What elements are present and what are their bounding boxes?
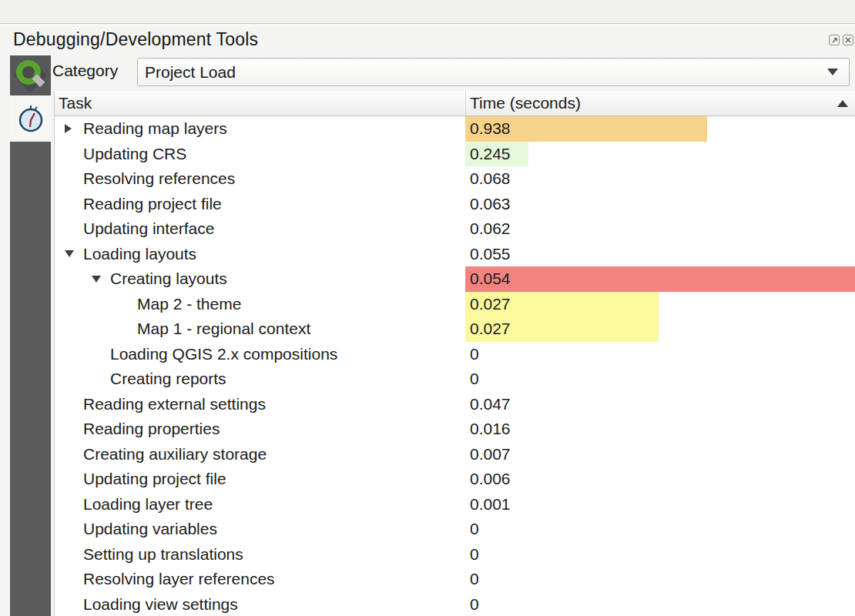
task-row[interactable]: Loading view settings0 [55,592,855,616]
category-selected-value: Project Load [138,63,827,82]
time-value: 0.016 [465,417,855,442]
time-value: 0 [465,592,855,616]
task-label: Setting up translations [83,545,243,564]
time-cell: 0.063 [465,192,855,217]
task-row[interactable]: Map 2 - theme0.027 [55,292,855,317]
time-column-label: Time (seconds) [470,94,581,112]
close-icon [845,37,851,43]
task-row[interactable]: Resolving references0.068 [55,166,855,192]
task-row[interactable]: Reading external settings0.047 [55,392,855,417]
task-row[interactable]: Map 1 - regional context0.027 [55,316,855,342]
time-cell: 0.001 [465,492,855,517]
time-cell: 0 [465,517,855,542]
task-label: Reading project file [83,195,222,213]
task-row[interactable]: Loading layer tree0.001 [55,492,855,517]
time-cell: 0 [465,342,855,367]
time-value: 0.027 [465,292,855,317]
task-label: Resolving references [83,169,235,188]
task-row[interactable]: Loading QGIS 2.x compositions0 [55,342,855,367]
task-cell: Updating interface [55,216,465,242]
time-cell: 0 [465,367,855,392]
task-row[interactable]: Updating CRS0.245 [55,142,855,167]
time-cell: 0.054 [465,266,855,292]
time-cell: 0.047 [465,392,855,417]
task-cell: Resolving layer references [55,567,465,592]
task-row[interactable]: Loading layouts0.055 [55,242,855,267]
task-label: Map 2 - theme [137,295,241,313]
collapse-icon[interactable] [65,250,83,257]
task-cell: Loading layer tree [55,492,465,517]
task-column-label: Task [59,94,92,112]
task-label: Reading map layers [83,119,227,138]
time-cell: 0 [465,542,855,567]
float-icon [831,37,838,44]
task-row[interactable]: Reading properties0.016 [55,417,855,442]
sort-ascending-icon [837,100,848,107]
time-value: 0.938 [465,116,855,142]
time-value: 0.054 [465,266,855,292]
task-row[interactable]: Creating auxiliary storage0.007 [55,442,855,467]
time-cell: 0.007 [465,442,855,467]
toolbar-area [0,0,855,24]
time-cell: 0.055 [465,242,855,267]
chevron-down-icon [827,69,838,75]
expand-icon[interactable] [65,124,83,133]
task-label: Updating CRS [83,145,186,163]
task-cell: Reading properties [55,417,465,442]
time-value: 0.047 [465,392,855,417]
close-panel-button[interactable] [843,35,853,45]
task-label: Reading properties [83,420,220,438]
task-cell: Updating project file [55,467,465,492]
time-value: 0.001 [465,492,855,517]
time-cell: 0 [465,592,855,616]
task-label: Map 1 - regional context [137,320,310,338]
task-row[interactable]: Setting up translations0 [55,542,855,567]
tool-tab-strip [10,142,51,616]
time-value: 0 [465,342,855,367]
task-cell: Loading QGIS 2.x compositions [55,342,465,367]
task-label: Creating layouts [110,270,227,288]
task-label: Resolving layer references [83,570,275,588]
task-row[interactable]: Reading map layers0.938 [55,116,855,142]
task-row[interactable]: Creating reports0 [55,367,855,392]
task-row[interactable]: Updating interface0.062 [55,216,855,242]
task-cell: Creating layouts [55,266,465,292]
time-value: 0 [465,517,855,542]
qgis-logo-icon [10,55,51,95]
table-header: Task Time (seconds) [55,91,855,116]
task-cell: Setting up translations [55,542,465,567]
category-select[interactable]: Project Load [137,58,850,86]
task-row[interactable]: Updating project file0.006 [55,467,855,492]
time-cell: 0.068 [465,166,855,192]
time-cell: 0.027 [465,316,855,342]
profiler-tab[interactable] [10,95,51,142]
task-row[interactable]: Reading project file0.063 [55,192,855,217]
time-value: 0.068 [465,166,855,192]
task-label: Updating project file [83,470,226,488]
time-cell: 0.062 [465,216,855,242]
task-label: Loading layer tree [83,495,213,514]
task-label: Creating auxiliary storage [83,445,267,464]
task-cell: Loading layouts [55,242,465,267]
float-panel-button[interactable] [829,35,840,45]
task-cell: Loading view settings [55,592,465,616]
qgis-window: Debugging/Development Tools Category Pro… [0,0,855,616]
time-value: 0.055 [465,242,855,267]
time-column-header[interactable]: Time (seconds) [465,91,855,116]
task-cell: Reading project file [55,192,465,217]
profiler-tree-table: Task Time (seconds) Reading map layers0.… [54,91,855,616]
time-value: 0.245 [465,142,855,167]
task-label: Loading QGIS 2.x compositions [110,345,337,363]
task-row[interactable]: Updating variables0 [55,517,855,542]
time-cell: 0.016 [465,417,855,442]
time-cell: 0.006 [465,467,855,492]
task-column-header[interactable]: Task [55,91,465,116]
task-row[interactable]: Creating layouts0.054 [55,266,855,292]
task-row[interactable]: Resolving layer references0 [55,567,855,592]
collapse-icon[interactable] [92,276,110,283]
time-cell: 0.938 [465,116,855,142]
time-value: 0.027 [465,316,855,342]
task-cell: Reading external settings [55,392,465,417]
time-value: 0 [465,567,855,592]
task-label: Updating interface [83,219,214,238]
